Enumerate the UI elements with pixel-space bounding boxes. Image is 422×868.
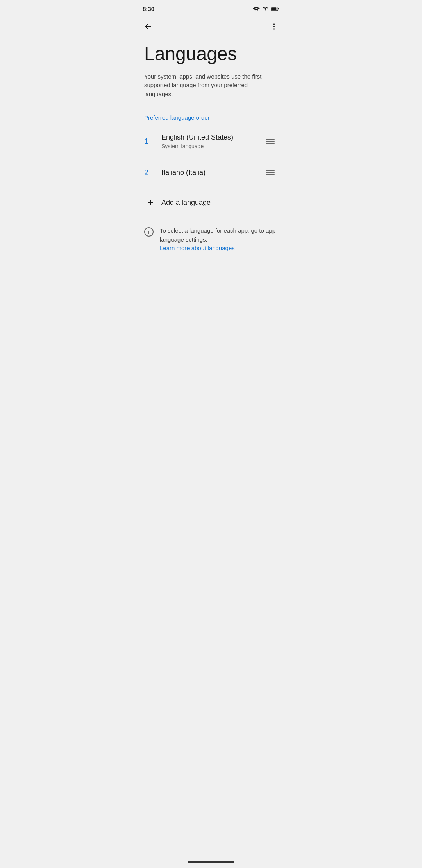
language-item-2[interactable]: 2 Italiano (Italia) — [135, 157, 287, 188]
language-number-2: 2 — [144, 168, 157, 177]
drag-handle-2[interactable] — [263, 167, 278, 178]
drag-handle-1[interactable] — [263, 136, 278, 147]
page-title: Languages — [144, 44, 278, 65]
page-header: Languages Your system, apps, and website… — [135, 38, 287, 111]
signal-icon — [262, 6, 268, 11]
section-header: Preferred language order — [135, 111, 287, 126]
page-description: Your system, apps, and websites use the … — [144, 72, 278, 99]
language-name-1: English (United States) — [161, 133, 263, 142]
back-icon — [143, 22, 153, 31]
add-language-label: Add a language — [161, 199, 211, 207]
back-button[interactable] — [139, 18, 157, 35]
info-description: To select a language for each app, go to… — [160, 227, 275, 243]
wifi-icon — [253, 6, 260, 11]
add-language-item[interactable]: Add a language — [135, 188, 287, 217]
language-sub-1: System language — [161, 143, 263, 149]
add-icon — [144, 196, 157, 209]
language-name-2: Italiano (Italia) — [161, 169, 263, 177]
language-number-1: 1 — [144, 137, 157, 146]
preferred-language-order-link[interactable]: Preferred language order — [144, 114, 210, 121]
battery-icon — [271, 6, 279, 11]
status-time: 8:30 — [143, 5, 154, 12]
language-info-1: English (United States) System language — [157, 133, 263, 149]
status-bar: 8:30 — [135, 0, 287, 16]
learn-more-link[interactable]: Learn more about languages — [160, 245, 235, 251]
toolbar — [135, 16, 287, 38]
status-icons — [253, 6, 279, 11]
language-item-1[interactable]: 1 English (United States) System languag… — [135, 126, 287, 157]
info-text: To select a language for each app, go to… — [160, 226, 278, 253]
svg-rect-2 — [271, 7, 276, 10]
language-info-2: Italiano (Italia) — [157, 169, 263, 177]
info-icon: i — [144, 227, 154, 237]
info-section: i To select a language for each app, go … — [135, 217, 287, 259]
more-options-button[interactable] — [265, 18, 283, 35]
more-icon — [269, 22, 279, 31]
svg-rect-1 — [278, 8, 279, 9]
language-list: 1 English (United States) System languag… — [135, 126, 287, 217]
